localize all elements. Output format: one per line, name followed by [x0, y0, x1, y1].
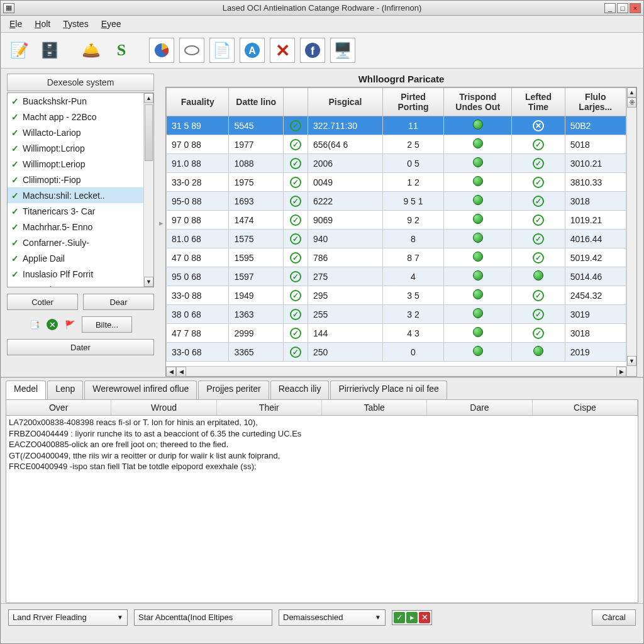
- table-row[interactable]: 91.0 881088✓20060 5✓3010.21: [167, 154, 626, 173]
- cancel-button[interactable]: Càrcal: [592, 609, 636, 626]
- sub-column-header[interactable]: Over: [6, 400, 111, 415]
- table-row[interactable]: 97 0 881474✓90699 2✓1019.21: [167, 211, 626, 230]
- sidebar-item[interactable]: ✓Insated 1 Y Weaseu: [8, 282, 143, 287]
- toolbar-edit-icon[interactable]: 📝: [7, 38, 32, 63]
- table-row[interactable]: 33-0 881949✓2953 5✓2454.32: [167, 286, 626, 305]
- column-header[interactable]: Datte lino: [229, 88, 284, 116]
- flag-icon[interactable]: 🚩: [64, 319, 75, 330]
- column-header[interactable]: Pisgical: [308, 88, 382, 116]
- sidebar-item[interactable]: ✓Machrhar.5- Enno: [8, 219, 143, 235]
- table-scrollbar-h[interactable]: ◀ ◀ ▶: [166, 366, 626, 376]
- scroll-down-icon[interactable]: ▼: [144, 277, 153, 287]
- table-row[interactable]: 31 5 895545✓322.711:3011✕50B2: [167, 116, 626, 135]
- tab[interactable]: Reacch iliy: [270, 380, 330, 399]
- cancel-red-icon[interactable]: ✕: [419, 612, 430, 623]
- scroll-left-icon[interactable]: ◀: [166, 367, 176, 377]
- column-header[interactable]: Fauality: [167, 88, 229, 116]
- column-header[interactable]: Trispond Undes Out: [444, 88, 512, 116]
- close-button[interactable]: ×: [630, 3, 641, 13]
- table-row[interactable]: 95 0 681597✓27545014.46: [167, 267, 626, 286]
- table-row[interactable]: 95-0 881693✓62229 5 1✓3018: [167, 192, 626, 211]
- combo-3[interactable]: Demaisseschied▼: [279, 609, 386, 626]
- dater-button[interactable]: Dater: [7, 339, 154, 355]
- scroll-down-icon[interactable]: ▼: [627, 356, 636, 366]
- sidebar-list[interactable]: ✓Buackshskr-Pun✓Macht app - 22Bco✓Willac…: [7, 92, 154, 287]
- options-icon[interactable]: ⁜: [627, 97, 636, 108]
- splitter[interactable]: ▸: [158, 69, 164, 377]
- check-circle-icon: ✓: [290, 233, 301, 245]
- scroll-right-icon[interactable]: ▶: [616, 367, 626, 377]
- scroll-up-icon[interactable]: ▲: [627, 87, 636, 97]
- toolbar-disk-icon[interactable]: 🗄️: [37, 38, 62, 63]
- sidebar-item[interactable]: ✓Machsu:shil: Lecket..: [8, 187, 143, 203]
- menu-ele[interactable]: Ele: [4, 18, 27, 30]
- tab[interactable]: Medel: [6, 380, 46, 399]
- table-cell: 50B2: [565, 116, 626, 135]
- minimize-button[interactable]: _: [604, 3, 616, 13]
- table-row[interactable]: 81.0 681575✓9408✓4016.44: [167, 230, 626, 248]
- sidebar-item-label: Machrhar.5- Enno: [23, 222, 92, 232]
- toolbar-s-icon[interactable]: S: [109, 38, 134, 63]
- sub-column-header[interactable]: Their: [217, 400, 322, 415]
- tab[interactable]: Werewrowel infired oflue: [84, 380, 197, 399]
- toolbar-facebook-icon[interactable]: f: [300, 38, 325, 63]
- toolbar-bell-icon[interactable]: 🛎️: [79, 38, 104, 63]
- sidebar-item[interactable]: ✓Willimopt:Lcriop: [8, 140, 143, 156]
- scroll-thumb[interactable]: [145, 104, 153, 161]
- table-row[interactable]: 38 0 681363✓2553 2✓3019: [167, 305, 626, 324]
- column-header[interactable]: Lefted Time: [512, 88, 565, 116]
- sidebar-item[interactable]: ✓Willimopt:Leriop: [8, 156, 143, 172]
- combo-1[interactable]: Land Rrver Fleading▼: [8, 609, 128, 626]
- cotler-button[interactable]: Cotler: [7, 294, 78, 310]
- sidebar-item[interactable]: ✓Titanericars 3- Car: [8, 203, 143, 219]
- table-cell: [512, 343, 565, 362]
- table-row[interactable]: 97 0 881977✓656(64 62 5✓5018: [167, 135, 626, 154]
- data-table[interactable]: FaualityDatte linoPisgicalPirted Porting…: [166, 87, 626, 362]
- table-row[interactable]: 33-0 683365✓25002019: [167, 343, 626, 362]
- scroll-up-icon[interactable]: ▲: [144, 93, 153, 103]
- sidebar-item[interactable]: ✓Inuslasio Plf Forrit: [8, 266, 143, 282]
- sub-column-header[interactable]: Table: [322, 400, 427, 415]
- scroll-left2-icon[interactable]: ◀: [176, 367, 186, 377]
- table-cell: 33-0 68: [167, 343, 229, 362]
- status-dot-icon: [473, 195, 483, 205]
- tab[interactable]: Pirrierivcly Place ni oil fee: [330, 380, 447, 399]
- table-row[interactable]: 47 7 882999✓1444 3✓3018: [167, 324, 626, 343]
- copy-icon[interactable]: 📑: [29, 319, 40, 330]
- sub-column-header[interactable]: Cispe: [533, 400, 638, 415]
- sidebar-item[interactable]: ✓Buackshskr-Pun: [8, 93, 143, 109]
- toolbar-doc-icon[interactable]: 📄: [209, 38, 235, 63]
- toolbar-appstore-icon[interactable]: A: [240, 38, 265, 63]
- menu-holt[interactable]: Holt: [30, 18, 55, 30]
- play-icon[interactable]: ▸: [406, 612, 418, 623]
- sidebar-scrollbar[interactable]: ▲ ▼: [143, 93, 153, 287]
- table-row[interactable]: 47 0 881595✓7868 7✓5019.42: [167, 248, 626, 267]
- column-header[interactable]: Flulo Larjes...: [565, 88, 626, 116]
- tab[interactable]: Projjes periter: [198, 380, 269, 399]
- sub-column-header[interactable]: Wroud: [111, 400, 216, 415]
- sub-column-header[interactable]: Dare: [427, 400, 532, 415]
- menu-tystes[interactable]: Tystes: [58, 18, 93, 30]
- toolbar-piechart-icon[interactable]: [149, 38, 174, 63]
- maximize-button[interactable]: □: [617, 3, 628, 13]
- table-scrollbar-v[interactable]: ▲ ⁜ ▼: [626, 87, 636, 376]
- sidebar-item[interactable]: ✓Willacto-Lariop: [8, 125, 143, 140]
- remove-icon[interactable]: ✕: [47, 319, 58, 330]
- toolbar-delete-icon[interactable]: ✕: [270, 38, 295, 63]
- sidebar-item[interactable]: ✓Confarner-.Siuly-: [8, 235, 143, 250]
- bilte-button[interactable]: Bilte...: [82, 316, 132, 333]
- dear-button[interactable]: Dear: [83, 294, 154, 310]
- sidebar-item[interactable]: ✓Applie Dail: [8, 250, 143, 266]
- column-header[interactable]: [283, 88, 308, 116]
- sidebar-item[interactable]: ✓Macht app - 22Bco: [8, 109, 143, 125]
- status-dot-icon: [533, 346, 543, 356]
- toolbar-ring-icon[interactable]: [179, 38, 204, 63]
- table-row[interactable]: 33-0 281975✓00491 2✓3810.33: [167, 173, 626, 192]
- toolbar-monitor-icon[interactable]: 🖥️: [330, 38, 355, 63]
- check-green-icon[interactable]: ✓: [394, 612, 405, 623]
- tab[interactable]: Lenp: [47, 380, 83, 399]
- combo-2[interactable]: Star Abcentta(Inod Eltipes: [134, 609, 272, 626]
- column-header[interactable]: Pirted Porting: [382, 88, 443, 116]
- sidebar-item[interactable]: ✓Clilimopti:-Fiop: [8, 172, 143, 187]
- menu-eyee[interactable]: Eyee: [96, 18, 126, 30]
